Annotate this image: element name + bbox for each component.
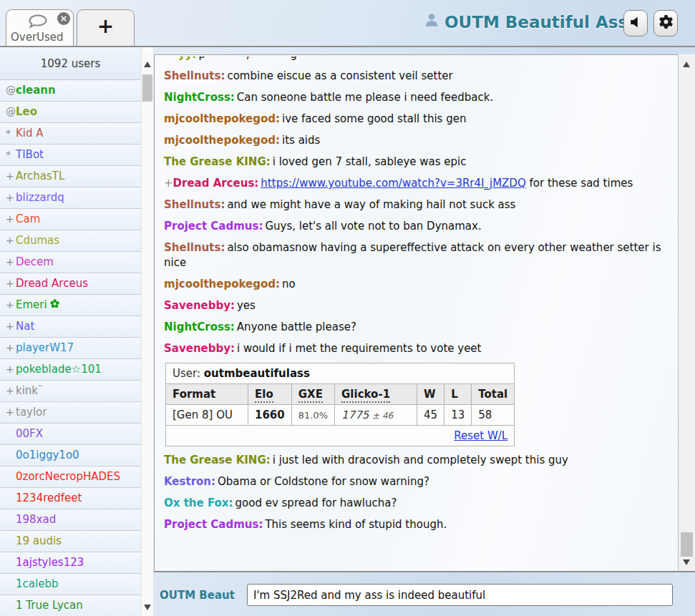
chat-text: good ev spread for hawlucha?: [235, 497, 397, 509]
chat-message: yy:p , g: [164, 57, 671, 62]
scroll-down-icon[interactable]: [683, 559, 690, 565]
user-row[interactable]: +Cam: [0, 209, 141, 230]
new-tab-button[interactable]: +: [77, 9, 135, 46]
chat-text: Anyone battle please?: [237, 321, 356, 333]
user-row[interactable]: +Nat: [0, 316, 141, 338]
user-name: 00FX: [16, 427, 43, 440]
user-rank: @: [6, 102, 16, 122]
chat-message: The Grease KING:i just led with dracovis…: [164, 453, 671, 468]
chat-username[interactable]: NightCross:: [164, 321, 235, 333]
chat-username[interactable]: Shellnuts:: [164, 198, 225, 211]
chat-username[interactable]: NightCross:: [164, 91, 235, 104]
user-row[interactable]: 0o1iggy1o0: [0, 445, 141, 466]
user-name: 1234redfeet: [16, 492, 82, 504]
settings-button[interactable]: [653, 10, 678, 36]
user-name: 0o1iggy1o0: [16, 449, 79, 461]
user-name: Cam: [16, 212, 40, 225]
user-row[interactable]: +Decem: [0, 252, 141, 273]
user-row[interactable]: +blizzardq: [0, 187, 141, 209]
rating-gxe: 81.0%: [291, 405, 334, 426]
user-row[interactable]: +kink¨: [0, 381, 141, 402]
mute-button[interactable]: [623, 10, 648, 36]
user-name: 1calebb: [16, 577, 58, 590]
room-tab-overused[interactable]: × OverUsed: [6, 9, 74, 46]
chat-text: This seems kind of stupid though.: [265, 518, 447, 531]
user-name: 1ajstyles123: [16, 556, 84, 569]
user-rank: +: [6, 209, 16, 230]
user-row[interactable]: 1 True Lycan: [0, 595, 141, 616]
chat-username[interactable]: The Grease KING:: [164, 155, 271, 168]
user-name: Leo: [16, 105, 37, 118]
chat-username[interactable]: Project Cadmus:: [164, 220, 263, 233]
chat-username[interactable]: Savenebby:: [164, 342, 235, 355]
scroll-thumb[interactable]: [681, 532, 693, 557]
user-name: ArchasTL: [16, 170, 64, 182]
user-row[interactable]: +Cdumas: [0, 230, 141, 252]
scroll-thumb[interactable]: [142, 74, 152, 102]
chat-username[interactable]: Shellnuts:: [164, 69, 225, 82]
chat-username[interactable]: Ox the Fox:: [164, 497, 233, 509]
user-rank: +: [6, 359, 16, 380]
user-row[interactable]: 1calebb: [0, 574, 141, 595]
chat-username[interactable]: Project Cadmus:: [164, 518, 263, 531]
user-row[interactable]: +Emeri: [0, 295, 141, 316]
user-row[interactable]: 00FX: [0, 424, 141, 445]
chat-scrollbar[interactable]: [679, 54, 695, 572]
user-name: blizzardq: [16, 191, 64, 204]
chat-username[interactable]: mjcoolthepokegod:: [164, 134, 280, 147]
chat-text: i would if i met the requirements to vot…: [237, 342, 481, 355]
chat-username[interactable]: yy:: [164, 57, 197, 61]
header: × OverUsed + OUTM Beautiful Ass: [0, 0, 695, 47]
chat-input[interactable]: [247, 584, 673, 606]
chat-username[interactable]: The Grease KING:: [164, 454, 271, 466]
user-row[interactable]: *Kid A: [0, 123, 141, 145]
col-total: Total: [472, 384, 515, 405]
user-rank: +: [6, 316, 16, 337]
chat-username[interactable]: Shellnuts:: [164, 241, 225, 254]
user-rank: *: [6, 123, 16, 144]
user-row[interactable]: 19 audis: [0, 531, 141, 552]
userlist-count[interactable]: 1092 users: [0, 47, 141, 80]
chat-text: i just led with dracovish and completely…: [273, 454, 568, 466]
chat-message: Shellnuts:also obamasnow having a supere…: [164, 240, 671, 270]
chat-username[interactable]: mjcoolthepokegod:: [164, 112, 280, 125]
user-row[interactable]: +playerW17: [0, 338, 141, 359]
userlist-scrollbar[interactable]: [141, 47, 153, 616]
user-name: cleann: [16, 84, 56, 97]
reset-wl-link[interactable]: Reset W/L: [454, 429, 507, 442]
col-w: W: [417, 384, 444, 405]
chat-username[interactable]: Kestron:: [164, 475, 215, 488]
scroll-down-icon[interactable]: [144, 605, 151, 610]
chat-username[interactable]: Savenebby:: [164, 299, 235, 312]
chat-user-rank: +: [164, 177, 173, 190]
app-root: × OverUsed + OUTM Beautiful Ass 1092 use…: [0, 0, 695, 616]
user-rank: +: [6, 230, 16, 251]
user-name: 0zorcNecropHADES: [16, 470, 120, 483]
user-row[interactable]: 0zorcNecropHADES: [0, 466, 141, 488]
rating-format: [Gen 8] OU: [166, 405, 248, 426]
user-row[interactable]: 1234redfeet: [0, 488, 141, 509]
scroll-up-icon[interactable]: [683, 62, 690, 67]
user-row[interactable]: 198xad: [0, 509, 141, 531]
user-row[interactable]: 1ajstyles123: [0, 552, 141, 574]
col-glicko: Glicko-1: [335, 384, 417, 405]
user-name: 19 audis: [16, 534, 62, 547]
scroll-up-icon[interactable]: [144, 62, 151, 67]
chat-link[interactable]: https://www.youtube.com/watch?v=3Rr4I_jM…: [261, 177, 525, 190]
user-row[interactable]: +ArchasTL: [0, 166, 141, 187]
rating-table-user-row: User: outmbeautifulass: [166, 363, 515, 384]
user-row[interactable]: +taylor: [0, 402, 141, 424]
rating-wins: 45: [417, 405, 444, 426]
user-rank: +: [6, 295, 16, 316]
user-row[interactable]: +pokeblade☆101: [0, 359, 141, 381]
user-row[interactable]: +Dread Arceus: [0, 273, 141, 295]
chat-message: Savenebby:i would if i met the requireme…: [164, 341, 671, 356]
chat-log: yy:p , g Shellnuts:combine eiscue as a c…: [154, 54, 679, 572]
chat-messages: yy:p , g Shellnuts:combine eiscue as a c…: [164, 57, 671, 356]
user-row[interactable]: @Leo: [0, 102, 141, 123]
close-icon[interactable]: ×: [57, 12, 70, 25]
user-row[interactable]: *TIBot: [0, 145, 141, 166]
chat-username[interactable]: mjcoolthepokegod:: [164, 278, 280, 290]
chat-username[interactable]: Dread Arceus:: [173, 177, 259, 190]
user-row[interactable]: @cleann: [0, 80, 141, 102]
